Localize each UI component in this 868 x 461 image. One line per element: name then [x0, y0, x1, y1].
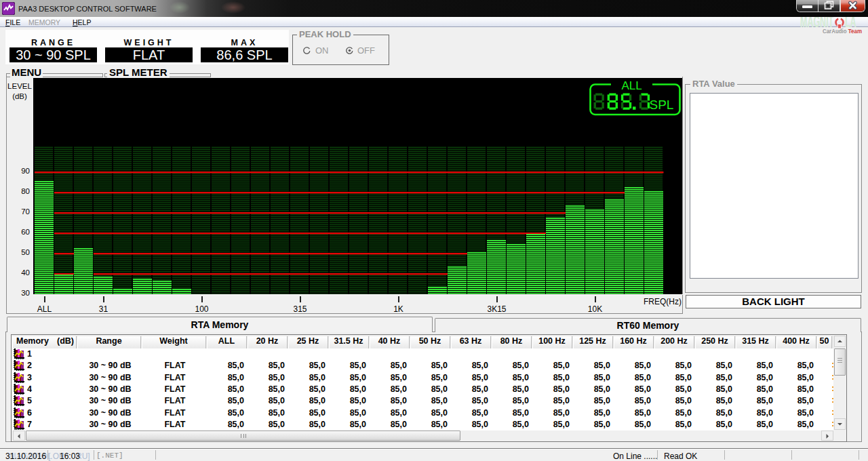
- svg-text:SPL: SPL: [650, 98, 674, 112]
- svg-text:ALL: ALL: [621, 79, 642, 92]
